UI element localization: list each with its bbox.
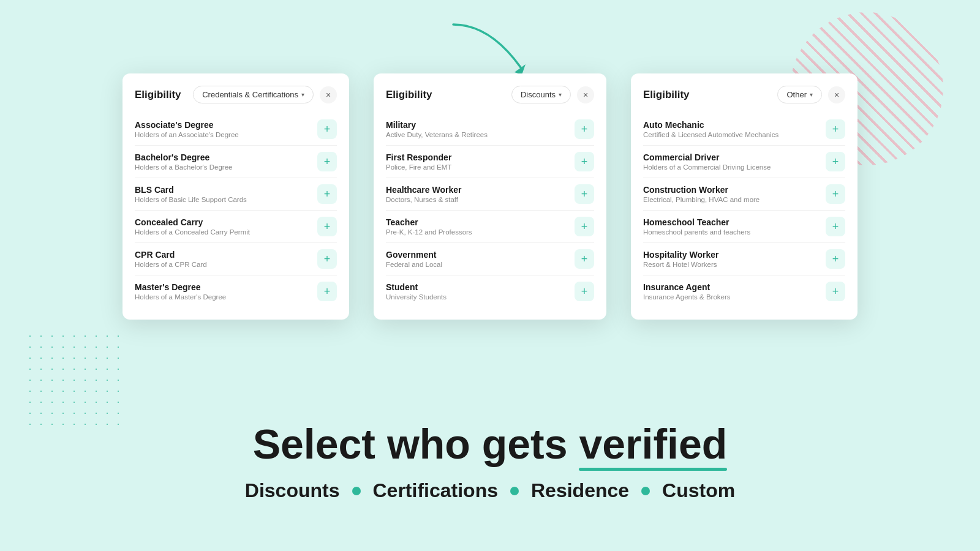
add-item-button[interactable]: + [317,152,337,171]
add-item-button[interactable]: + [575,152,594,171]
tag-dot [641,487,650,495]
tag-dot [352,487,361,495]
list-item-text: Homeschool Teacher Homeschool parents an… [643,217,826,236]
list-item-text: First Responder Police, Fire and EMT [386,152,575,171]
list-item-desc: Holders of a CPR Card [135,261,317,268]
list-item-name: Student [386,282,575,292]
list-item-desc: Certified & Licensed Automotive Mechanic… [643,131,826,138]
list-item-text: Student University Students [386,282,575,301]
list-item: Hospitality Worker Resort & Hotel Worker… [643,243,845,276]
list-item: Student University Students + [386,276,594,307]
list-item: Homeschool Teacher Homeschool parents an… [643,211,845,243]
list-item-desc: Pre-K, K-12 and Professors [386,228,575,236]
add-item-button[interactable]: + [317,119,337,139]
list-item-text: Military Active Duty, Veterans & Retiree… [386,120,575,138]
right-card-dropdown[interactable]: Other ▾ [777,86,822,103]
list-item-desc: Holders of a Master's Degree [135,293,317,301]
left-card-dropdown[interactable]: Credentials & Certifications ▾ [193,86,314,103]
list-item: Military Active Duty, Veterans & Retiree… [386,113,594,146]
add-item-button[interactable]: + [575,119,594,139]
headline-before: Select who gets [253,421,579,467]
list-item-desc: Holders of a Bachelor's Degree [135,163,317,171]
add-item-button[interactable]: + [575,282,594,301]
center-card-list: Military Active Duty, Veterans & Retiree… [386,113,594,307]
list-item: Master's Degree Holders of a Master's De… [135,276,337,307]
add-item-button[interactable]: + [317,249,337,269]
list-item-text: Teacher Pre-K, K-12 and Professors [386,217,575,236]
list-item-text: Commercial Driver Holders of a Commercia… [643,152,826,171]
list-item-name: Commercial Driver [643,152,826,162]
list-item: Bachelor's Degree Holders of a Bachelor'… [135,146,337,178]
list-item: Insurance Agent Insurance Agents & Broke… [643,276,845,307]
list-item-desc: Holders of a Concealed Carry Permit [135,228,317,236]
chevron-down-icon: ▾ [301,91,304,98]
list-item-text: Master's Degree Holders of a Master's De… [135,282,317,301]
right-card-close-button[interactable]: × [828,86,845,103]
add-item-button[interactable]: + [317,282,337,301]
list-item-text: Bachelor's Degree Holders of a Bachelor'… [135,152,317,171]
list-item-desc: Active Duty, Veterans & Retirees [386,131,575,138]
tag-discounts: Discounts [245,479,340,502]
right-card-list: Auto Mechanic Certified & Licensed Autom… [643,113,845,307]
list-item-name: Teacher [386,217,575,227]
tag-residence: Residence [531,479,629,502]
left-card-header-right: Credentials & Certifications ▾ × [193,86,337,103]
main-content: Eligibility Credentials & Certifications… [0,0,980,551]
list-item-name: Master's Degree [135,282,317,292]
list-item-name: Homeschool Teacher [643,217,826,227]
list-item: Commercial Driver Holders of a Commercia… [643,146,845,178]
left-card-list: Associate's Degree Holders of an Associa… [135,113,337,307]
center-card-title: Eligibility [386,89,432,101]
list-item-text: Hospitality Worker Resort & Hotel Worker… [643,250,826,268]
list-item-desc: Police, Fire and EMT [386,163,575,171]
list-item-text: Auto Mechanic Certified & Licensed Autom… [643,120,826,138]
add-item-button[interactable]: + [826,184,845,204]
list-item-text: CPR Card Holders of a CPR Card [135,250,317,268]
list-item-text: Insurance Agent Insurance Agents & Broke… [643,282,826,301]
list-item-text: Concealed Carry Holders of a Concealed C… [135,217,317,236]
list-item-desc: Holders of an Associate's Degree [135,131,317,138]
right-eligibility-card: Eligibility Other ▾ × Auto Mechanic Cert… [631,73,858,320]
list-item: Auto Mechanic Certified & Licensed Autom… [643,113,845,146]
add-item-button[interactable]: + [826,249,845,269]
left-card-close-button[interactable]: × [320,86,337,103]
list-item-text: Healthcare Worker Doctors, Nurses & staf… [386,185,575,203]
add-item-button[interactable]: + [826,282,845,301]
add-item-button[interactable]: + [826,152,845,171]
headline-highlight: verified [579,421,727,467]
left-eligibility-card: Eligibility Credentials & Certifications… [123,73,349,320]
list-item-name: CPR Card [135,250,317,260]
headline: Select who gets verified [153,421,827,467]
list-item-name: Insurance Agent [643,282,826,292]
add-item-button[interactable]: + [317,217,337,236]
tag-custom: Custom [662,479,735,502]
list-item-name: Healthcare Worker [386,185,575,195]
tags-row: DiscountsCertificationsResidenceCustom [153,479,827,502]
add-item-button[interactable]: + [317,184,337,204]
add-item-button[interactable]: + [575,184,594,204]
list-item-name: Bachelor's Degree [135,152,317,162]
add-item-button[interactable]: + [575,249,594,269]
list-item-desc: Electrical, Plumbing, HVAC and more [643,196,826,203]
list-item: Construction Worker Electrical, Plumbing… [643,178,845,211]
center-card-header: Eligibility Discounts ▾ × [386,86,594,103]
list-item-desc: Doctors, Nurses & staff [386,196,575,203]
center-card-header-right: Discounts ▾ × [511,86,594,103]
list-item: Teacher Pre-K, K-12 and Professors + [386,211,594,243]
list-item-text: Construction Worker Electrical, Plumbing… [643,185,826,203]
tag-dot [510,487,519,495]
list-item-text: BLS Card Holders of Basic Life Support C… [135,185,317,203]
center-card-close-button[interactable]: × [577,86,594,103]
list-item-desc: Homeschool parents and teachers [643,228,826,236]
center-card-dropdown[interactable]: Discounts ▾ [511,86,571,103]
list-item-desc: Holders of Basic Life Support Cards [135,196,317,203]
right-card-header-right: Other ▾ × [777,86,845,103]
add-item-button[interactable]: + [575,217,594,236]
add-item-button[interactable]: + [826,119,845,139]
list-item: Government Federal and Local + [386,243,594,276]
add-item-button[interactable]: + [826,217,845,236]
list-item: Concealed Carry Holders of a Concealed C… [135,211,337,243]
list-item: First Responder Police, Fire and EMT + [386,146,594,178]
list-item-desc: Insurance Agents & Brokers [643,293,826,301]
list-item: BLS Card Holders of Basic Life Support C… [135,178,337,211]
